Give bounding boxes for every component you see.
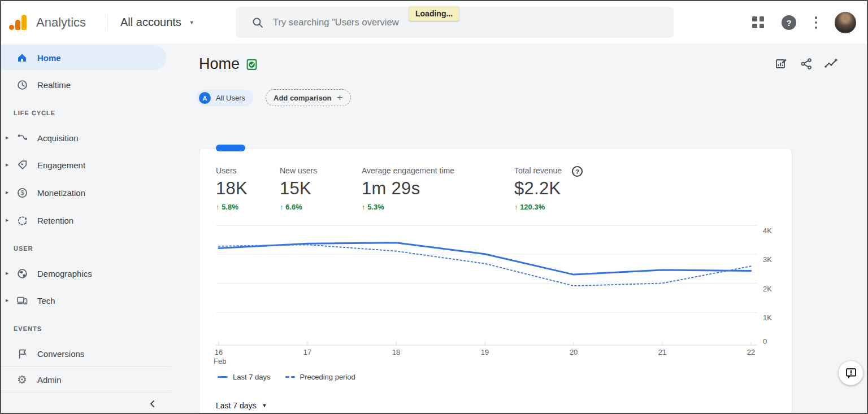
engagement-tag-icon: [16, 159, 28, 171]
report-actions: [774, 56, 839, 71]
all-users-chip[interactable]: A All Users: [197, 90, 253, 106]
gear-icon: ⚙: [16, 373, 28, 386]
up-arrow-icon: ↑: [362, 203, 366, 211]
sidebar-item-demographics[interactable]: ▶ Demographics: [1, 261, 166, 286]
retention-cycle-icon: [16, 214, 28, 226]
account-selector-label: All accounts: [120, 16, 181, 29]
feedback-bubble-icon: [845, 367, 857, 380]
question-mark-icon: ?: [786, 18, 791, 28]
expand-arrow-icon[interactable]: ▶: [6, 163, 8, 167]
sidebar-item-home[interactable]: Home: [1, 45, 166, 70]
monetization-dollar-icon: $: [16, 186, 28, 199]
acquisition-icon: [16, 132, 28, 144]
x-axis-tick: 18: [385, 348, 407, 357]
legend-preceding-period: Preceding period: [285, 373, 355, 381]
y-axis-tick: 2K: [763, 285, 782, 294]
date-range-selector[interactable]: Last 7 days ▼: [216, 401, 267, 410]
analytics-app-window: Analytics All accounts ▼ Loading... ?: [0, 0, 868, 414]
solid-line-swatch-icon: [218, 376, 228, 378]
clock-icon: [16, 79, 28, 91]
section-header-events: EVENTS: [14, 325, 42, 332]
brand-title: Analytics: [36, 1, 86, 43]
diagnostics-grid-icon[interactable]: [752, 16, 764, 28]
expand-arrow-icon[interactable]: ▶: [6, 218, 8, 223]
sidebar-item-acquisition[interactable]: ▶ Acquisition: [1, 125, 166, 150]
google-analytics-logo-icon: [9, 14, 27, 30]
expand-arrow-icon[interactable]: ▶: [6, 298, 8, 303]
legend-last-7-days: Last 7 days: [218, 373, 271, 381]
comparison-badge: A: [199, 92, 211, 104]
x-axis-tick: 16: [207, 348, 230, 357]
add-comparison-button[interactable]: Add comparison +: [266, 89, 351, 106]
x-axis-tick: 17: [296, 348, 319, 357]
up-arrow-icon: ↑: [514, 203, 518, 211]
feedback-button[interactable]: [839, 361, 863, 385]
sidebar-item-realtime[interactable]: Realtime: [1, 72, 166, 97]
y-axis-tick: 0: [763, 337, 782, 346]
devices-icon: [16, 294, 28, 307]
section-header-life-cycle: LIFE CYCLE: [14, 110, 55, 116]
more-menu-button[interactable]: [813, 16, 819, 29]
top-bar: Analytics All accounts ▼ Loading... ?: [1, 1, 867, 43]
customize-report-icon: [775, 57, 788, 71]
sidebar-item-tech[interactable]: ▶ Tech: [1, 288, 166, 313]
share-icon: [800, 57, 813, 71]
loading-tooltip: Loading...: [409, 6, 459, 21]
account-selector[interactable]: All accounts ▼: [120, 1, 194, 43]
expand-arrow-icon[interactable]: ▶: [6, 190, 8, 195]
card-tab-indicator[interactable]: [216, 145, 245, 151]
section-header-user: USER: [14, 245, 33, 252]
insights-sparkline-icon: [824, 57, 839, 71]
help-button[interactable]: ?: [782, 15, 796, 30]
x-axis-tick: 22: [740, 348, 762, 357]
sidebar-divider: [1, 392, 171, 393]
customize-report-button[interactable]: [774, 56, 789, 71]
flag-icon: [16, 347, 28, 360]
expand-arrow-icon[interactable]: ▶: [6, 271, 8, 276]
y-axis-tick: 3K: [763, 255, 782, 264]
user-avatar[interactable]: [835, 12, 856, 33]
revenue-help-icon[interactable]: ?: [572, 166, 583, 177]
sidebar-item-admin[interactable]: ⚙ Admin: [1, 367, 166, 392]
up-arrow-icon: ↑: [280, 203, 284, 211]
metric-total-revenue[interactable]: Total revenue $2.2K ↑ 120.3%: [514, 166, 562, 211]
home-icon: [16, 51, 28, 64]
sidebar-item-conversions[interactable]: Conversions: [1, 341, 166, 366]
x-axis-month-label: Feb: [214, 357, 236, 365]
expand-arrow-icon[interactable]: ▶: [6, 136, 8, 140]
x-axis-tick: 20: [562, 348, 585, 357]
x-axis-tick: 19: [474, 348, 496, 357]
x-axis-tick: 21: [651, 348, 674, 357]
metric-users[interactable]: Users 18K ↑ 5.8%: [216, 166, 248, 211]
metric-new-users[interactable]: New users 15K ↑ 6.6%: [280, 166, 317, 211]
topbar-divider: [107, 14, 107, 31]
search-icon: [251, 16, 264, 29]
chevron-left-icon: [147, 399, 158, 409]
plus-icon: +: [337, 92, 343, 103]
collapse-sidebar-button[interactable]: [144, 395, 162, 412]
sidebar-item-retention[interactable]: ▶ Retention: [1, 208, 166, 233]
chevron-down-icon: ▼: [262, 403, 267, 408]
insights-button[interactable]: [824, 56, 839, 71]
page-title: Home: [199, 55, 240, 73]
share-button[interactable]: [799, 56, 814, 71]
chevron-down-icon: ▼: [189, 20, 194, 25]
svg-text:$: $: [20, 189, 24, 196]
metric-avg-engagement-time[interactable]: Average engagement time 1m 29s ↑ 5.3%: [362, 166, 454, 211]
dashed-line-swatch-icon: [285, 376, 295, 378]
globe-icon: [16, 267, 28, 280]
chart-legend: Last 7 days Preceding period: [218, 373, 355, 381]
y-axis-tick: 1K: [763, 313, 782, 323]
data-quality-check-icon[interactable]: [245, 58, 258, 73]
trend-chart: [216, 221, 761, 350]
up-arrow-icon: ↑: [216, 203, 220, 211]
y-axis-tick: 4K: [763, 226, 782, 236]
sidebar-item-monetization[interactable]: ▶ $ Monetization: [1, 180, 166, 205]
sidebar-divider: [1, 366, 171, 367]
sidebar-item-engagement[interactable]: ▶ Engagement: [1, 152, 166, 177]
